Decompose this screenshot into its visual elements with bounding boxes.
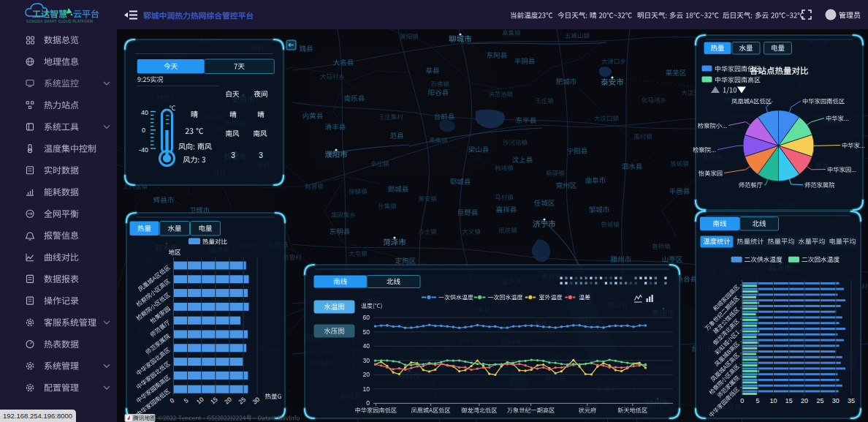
- svg-text:10: 10: [363, 385, 370, 393]
- svg-text:40: 40: [141, 109, 148, 116]
- svg-text:60: 60: [363, 314, 370, 321]
- svg-text:35: 35: [848, 397, 855, 404]
- svg-text:20: 20: [801, 397, 808, 404]
- svg-text:GONGDA SMART CLOUD PLATFORM: GONGDA SMART CLOUD PLATFORM: [26, 20, 93, 23]
- svg-text:40: 40: [363, 342, 370, 350]
- svg-text:30: 30: [363, 357, 370, 364]
- svg-text:5: 5: [756, 397, 760, 404]
- svg-text:20: 20: [363, 371, 370, 378]
- svg-text:-40: -40: [139, 146, 148, 154]
- svg-text:10: 10: [769, 397, 777, 404]
- svg-text:3: 3: [259, 151, 263, 159]
- svg-text:0: 0: [740, 397, 744, 404]
- svg-text:30: 30: [832, 397, 840, 404]
- svg-text:0: 0: [142, 127, 145, 134]
- svg-text:0: 0: [366, 399, 370, 407]
- svg-text:25: 25: [816, 397, 823, 404]
- svg-text:3: 3: [231, 151, 235, 159]
- svg-text:50: 50: [363, 328, 370, 336]
- svg-text:192.168.254.196:8000: 192.168.254.196:8000: [3, 412, 72, 420]
- svg-text:15: 15: [785, 397, 793, 404]
